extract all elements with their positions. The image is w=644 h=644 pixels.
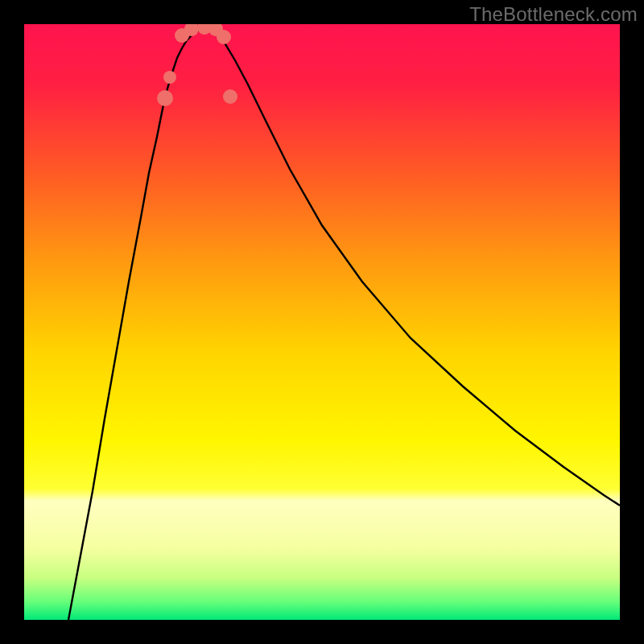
chart-background	[24, 24, 620, 620]
curve-marker	[157, 90, 173, 106]
curve-marker	[217, 30, 231, 44]
curve-marker	[163, 71, 176, 84]
curve-marker	[223, 89, 237, 104]
watermark-text: TheBottleneck.com	[469, 3, 638, 26]
bottleneck-chart	[24, 24, 620, 620]
